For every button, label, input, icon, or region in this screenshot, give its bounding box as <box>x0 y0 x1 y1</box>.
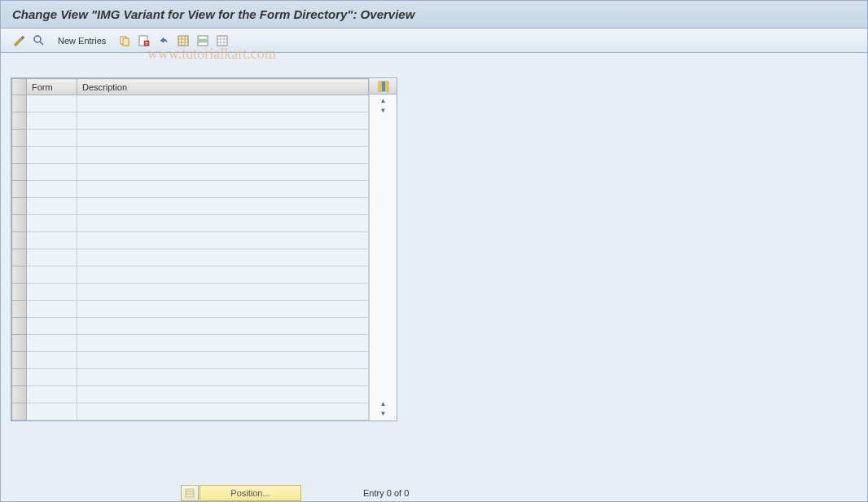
row-selector[interactable] <box>12 266 27 284</box>
cell-description[interactable] <box>77 284 369 301</box>
table-row <box>12 232 369 249</box>
cell-form[interactable] <box>27 181 77 198</box>
table-row <box>12 369 369 386</box>
row-selector[interactable] <box>12 130 27 147</box>
row-selector[interactable] <box>12 318 27 335</box>
cell-description[interactable] <box>77 386 369 403</box>
row-selector[interactable] <box>12 164 27 181</box>
cell-description[interactable] <box>77 130 369 147</box>
cell-form[interactable] <box>27 318 77 335</box>
table-row <box>12 181 369 198</box>
deselect-all-icon[interactable] <box>215 33 230 48</box>
cell-form[interactable] <box>27 403 77 421</box>
configuration-icon[interactable] <box>181 485 199 501</box>
table-row <box>12 164 369 181</box>
cell-description[interactable] <box>77 249 369 266</box>
select-all-icon[interactable] <box>176 33 191 48</box>
cell-form[interactable] <box>27 147 77 164</box>
row-selector[interactable] <box>12 198 27 215</box>
scroll-down-icon[interactable]: ▼ <box>379 106 388 114</box>
select-block-icon[interactable] <box>195 33 210 48</box>
copy-icon[interactable] <box>117 33 132 48</box>
row-selector[interactable] <box>12 181 27 198</box>
row-selector[interactable] <box>12 112 27 130</box>
row-selector[interactable] <box>12 232 27 249</box>
cell-form[interactable] <box>27 335 77 352</box>
row-selector[interactable] <box>12 249 27 266</box>
svg-rect-24 <box>186 489 194 497</box>
row-selector[interactable] <box>12 369 27 386</box>
svg-line-1 <box>40 42 43 45</box>
cell-form[interactable] <box>27 284 77 301</box>
new-entries-button[interactable]: New Entries <box>51 34 112 47</box>
svg-rect-3 <box>123 38 129 46</box>
svg-rect-14 <box>198 39 208 42</box>
row-selector[interactable] <box>12 403 27 421</box>
cell-description[interactable] <box>77 369 369 386</box>
row-selector[interactable] <box>12 95 27 112</box>
cell-description[interactable] <box>77 232 369 249</box>
row-selector[interactable] <box>12 335 27 352</box>
cell-description[interactable] <box>77 164 369 181</box>
cell-form[interactable] <box>27 249 77 266</box>
cell-description[interactable] <box>77 112 369 130</box>
cell-description[interactable] <box>77 215 369 232</box>
scroll-up-bottom-icon[interactable]: ▲ <box>379 399 388 407</box>
table-row <box>12 249 369 266</box>
cell-description[interactable] <box>77 352 369 369</box>
row-selector[interactable] <box>12 284 27 301</box>
column-header-form[interactable]: Form <box>27 79 77 95</box>
cell-form[interactable] <box>27 215 77 232</box>
main-content-area: Form Description ▲ ▼ ▲ ▼ <box>1 53 867 431</box>
cell-description[interactable] <box>77 301 369 318</box>
table-row <box>12 352 369 369</box>
table-scroll-panel: ▲ ▼ ▲ ▼ <box>369 78 397 421</box>
cell-description[interactable] <box>77 335 369 352</box>
table-row <box>12 147 369 164</box>
cell-form[interactable] <box>27 232 77 249</box>
scroll-up-icon[interactable]: ▲ <box>379 96 388 104</box>
scroll-down-bottom-icon[interactable]: ▼ <box>379 409 388 417</box>
svg-rect-22 <box>382 81 385 91</box>
column-header-description[interactable]: Description <box>77 79 369 95</box>
table-row <box>12 130 369 147</box>
form-directory-table: Form Description <box>11 78 369 421</box>
cell-description[interactable] <box>77 318 369 335</box>
cell-description[interactable] <box>77 198 369 215</box>
cell-description[interactable] <box>77 403 369 421</box>
table-row <box>12 335 369 352</box>
cell-description[interactable] <box>77 266 369 284</box>
table-row <box>12 112 369 130</box>
cell-form[interactable] <box>27 130 77 147</box>
cell-form[interactable] <box>27 352 77 369</box>
row-selector[interactable] <box>12 301 27 318</box>
delete-icon[interactable] <box>137 33 151 48</box>
cell-description[interactable] <box>77 181 369 198</box>
position-button[interactable]: Position... <box>199 485 301 501</box>
table-row <box>12 198 369 215</box>
cell-description[interactable] <box>77 95 369 112</box>
application-toolbar: New Entries <box>1 29 867 53</box>
cell-form[interactable] <box>27 198 77 215</box>
cell-form[interactable] <box>27 369 77 386</box>
find-icon[interactable] <box>32 33 46 48</box>
undo-icon[interactable] <box>156 33 171 48</box>
cell-description[interactable] <box>77 147 369 164</box>
table-row <box>12 266 369 284</box>
cell-form[interactable] <box>27 112 77 130</box>
cell-form[interactable] <box>27 386 77 403</box>
row-selector[interactable] <box>12 352 27 369</box>
change-icon[interactable] <box>12 33 27 48</box>
table-row <box>12 95 369 112</box>
row-selector[interactable] <box>12 147 27 164</box>
cell-form[interactable] <box>27 95 77 112</box>
row-selector[interactable] <box>12 215 27 232</box>
table-settings-icon[interactable] <box>370 78 397 95</box>
row-selector[interactable] <box>12 386 27 403</box>
column-header-selector[interactable] <box>12 79 27 95</box>
cell-form[interactable] <box>27 301 77 318</box>
cell-form[interactable] <box>27 164 77 181</box>
cell-form[interactable] <box>27 266 77 284</box>
table-row <box>12 215 369 232</box>
svg-rect-23 <box>385 81 388 91</box>
